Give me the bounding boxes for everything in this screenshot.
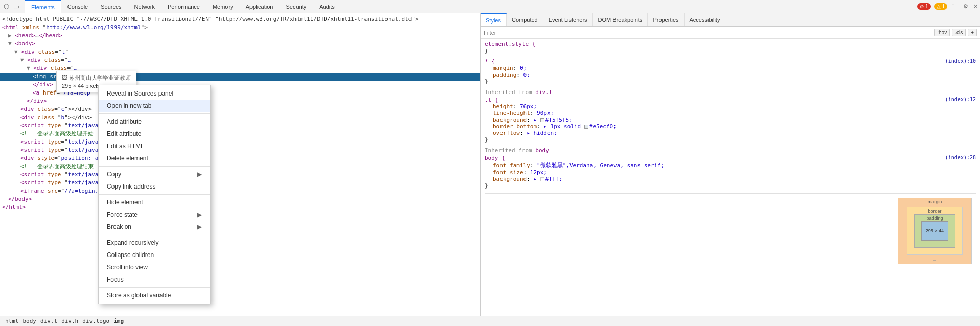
dom-line-comment2: <!-- 登录界面高级处理结束 -->: [0, 162, 480, 171]
styles-tab-properties[interactable]: Properties: [648, 13, 684, 26]
ctx-copy-link[interactable]: Copy link address: [99, 180, 210, 193]
dom-line-div-c: <div class="c"></div>: [0, 105, 480, 113]
ctx-separator-3: [99, 194, 210, 195]
dom-line-div3[interactable]: ▼ <div class="…: [0, 64, 480, 73]
tab-memory[interactable]: Memory: [207, 0, 240, 13]
bm-border-dash-l: –: [908, 228, 911, 234]
dom-line-iframe: <iframe src="/?a=login.load_c…: [0, 187, 480, 195]
dom-line-script2: <script type="text/javascrip…: [0, 138, 480, 146]
more-options-icon[interactable]: ⋮: [950, 3, 956, 10]
style-prop-bg-body: background: ▸ #fff;: [485, 176, 976, 182]
filter-cls-button[interactable]: .cls: [952, 29, 966, 36]
style-prop-padding: padding: 0;: [485, 72, 976, 78]
tab-performance[interactable]: Performance: [162, 0, 207, 13]
toolbar-icons: ⬡ ▭: [2, 3, 20, 11]
tab-sources[interactable]: Sources: [95, 0, 128, 13]
tab-console[interactable]: Console: [61, 0, 95, 13]
dom-line-script1: <script type="text/javascript…: [0, 122, 480, 130]
dom-line-div2[interactable]: ▼ <div class="…: [0, 56, 480, 64]
breadcrumb-img[interactable]: img: [112, 318, 125, 324]
dom-line-html-close: </html>: [0, 203, 480, 212]
breadcrumb-bar: html body div.t div.h div.logo img: [0, 316, 980, 326]
bm-border-label: border: [928, 208, 941, 214]
dom-line-doctype: <!doctype html PUBLIC "-//W3C//DTD XHTML…: [0, 15, 480, 24]
breadcrumb-divt[interactable]: div.t: [39, 318, 58, 324]
dom-line-div-close2: </div>: [0, 97, 480, 105]
ctx-add-attribute[interactable]: Add attribute: [99, 115, 210, 128]
ctx-scroll-into-view[interactable]: Scroll into view: [99, 261, 210, 273]
breadcrumb-body[interactable]: body: [22, 318, 38, 324]
ctx-delete-element[interactable]: Delete element: [99, 152, 210, 165]
styles-tab-computed[interactable]: Computed: [507, 13, 543, 26]
dom-line-div-t[interactable]: ▼ <div class="t": [0, 48, 480, 56]
right-panel: Styles Computed Event Listeners DOM Brea…: [481, 13, 980, 316]
style-close-star: }: [485, 78, 976, 85]
ctx-break-on[interactable]: Break on ▶: [99, 221, 210, 233]
styles-content: element.style { } * { (index):10 margin:…: [481, 39, 980, 316]
ctx-copy[interactable]: Copy ▶: [99, 168, 210, 180]
ctx-expand-recursively[interactable]: Expand recursively: [99, 237, 210, 249]
filter-add-button[interactable]: +: [968, 29, 977, 36]
ctx-collapse-children[interactable]: Collapse children: [99, 249, 210, 261]
dom-line-img-selected[interactable]: <img src="/tpl/login/use…: [0, 73, 480, 81]
close-icon[interactable]: ✕: [973, 3, 978, 10]
style-prop-lineheight: line-height: 90px;: [485, 110, 976, 117]
bm-dash-bottom: –: [933, 258, 936, 263]
dom-line-div-b: <div class="b"></div>: [0, 113, 480, 122]
style-selector-body: body { (index):28: [485, 155, 976, 161]
ctx-store-global[interactable]: Store as global variable: [99, 289, 210, 301]
tab-security[interactable]: Security: [280, 0, 313, 13]
bm-margin-label: margin: [928, 199, 942, 204]
style-close-element: }: [485, 48, 976, 54]
ctx-edit-attribute[interactable]: Edit attribute: [99, 128, 210, 140]
style-prop-bg: background: ▸ #f5f5f5;: [485, 117, 976, 123]
style-prop-fontfamily: font-family: "微软雅黑",Verdana, Geneva, san…: [485, 161, 976, 169]
filter-bar: :hov .cls +: [481, 27, 980, 39]
style-rule-star: * { (index):10 margin: 0; padding: 0; }: [485, 58, 976, 85]
breadcrumb-html[interactable]: html: [4, 318, 20, 324]
ctx-hide-element[interactable]: Hide element: [99, 196, 210, 208]
filter-hov-button[interactable]: :hov: [934, 29, 950, 36]
ctx-edit-html[interactable]: Edit as HTML: [99, 140, 210, 152]
dom-line-head[interactable]: ▶ <head>…</head>: [0, 32, 480, 40]
style-prop-fontsize: font-size: 12px;: [485, 169, 976, 176]
breadcrumb-divh[interactable]: div.h: [60, 318, 79, 324]
ctx-force-state-arrow: ▶: [197, 211, 202, 218]
dom-line-div-close: </div>: [0, 81, 480, 89]
main-layout: <!doctype html PUBLIC "-//W3C//DTD XHTML…: [0, 13, 980, 316]
ctx-separator-2: [99, 166, 210, 167]
tab-audits[interactable]: Audits: [313, 0, 341, 13]
inherited-label-body: Inherited from body: [485, 147, 976, 154]
bm-content-box: 295 × 44: [921, 221, 948, 241]
breadcrumb-divlogo[interactable]: div.logo: [81, 318, 110, 324]
ctx-break-on-arrow: ▶: [197, 223, 202, 230]
style-rule-t: .t { (index):12 height: 76px; line-heigh…: [485, 97, 976, 143]
style-close-body: }: [485, 182, 976, 189]
tab-elements[interactable]: Elements: [25, 0, 61, 13]
dom-line-a[interactable]: <a href="/?a=help" target…: [0, 89, 480, 97]
styles-tab-styles[interactable]: Styles: [481, 13, 507, 26]
filter-buttons: :hov .cls +: [934, 29, 977, 36]
inherited-label-divt: Inherited from div.t: [485, 89, 976, 96]
styles-tab-accessibility[interactable]: Accessibility: [685, 13, 726, 26]
bm-border-dash-r: –: [959, 228, 961, 234]
ctx-focus[interactable]: Focus: [99, 273, 210, 286]
dom-content[interactable]: <!doctype html PUBLIC "-//W3C//DTD XHTML…: [0, 13, 480, 316]
settings-icon[interactable]: ⚙: [963, 3, 968, 10]
ctx-open-new-tab[interactable]: Open in new tab: [99, 100, 210, 112]
style-prop-height: height: 76px;: [485, 103, 976, 110]
styles-tab-event-listeners[interactable]: Event Listeners: [543, 13, 593, 26]
styles-tab-dom-breakpoints[interactable]: DOM Breakpoints: [593, 13, 648, 26]
filter-input[interactable]: [484, 30, 934, 36]
ctx-reveal-sources[interactable]: Reveal in Sources panel: [99, 87, 210, 100]
ctx-force-state[interactable]: Force state ▶: [99, 208, 210, 221]
dom-line-body[interactable]: ▼ <body>: [0, 40, 480, 48]
toolbar-right: ⊘ 1 △ 1 ⋮ ⚙ ✕: [917, 3, 978, 10]
tab-application[interactable]: Application: [240, 0, 280, 13]
dom-line-script3: <script type="text/javascrip…: [0, 146, 480, 154]
ctx-copy-arrow: ▶: [197, 171, 202, 178]
inspect-icon[interactable]: ⬡: [2, 3, 10, 11]
device-icon[interactable]: ▭: [12, 3, 20, 11]
tab-network[interactable]: Network: [128, 0, 162, 13]
bm-dash-right: –: [967, 228, 970, 234]
